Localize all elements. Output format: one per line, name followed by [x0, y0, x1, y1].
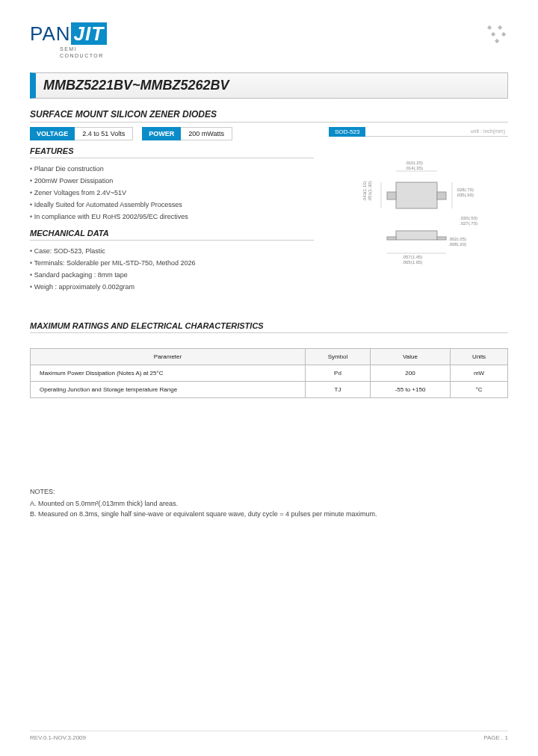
logo-text-2: J [74, 22, 85, 45]
voltage-label: VOLTAGE [30, 127, 75, 140]
logo-sub2: CONDUCTOR [60, 53, 104, 58]
revision-text: REV.0.1-NOV.3.2009 [30, 734, 86, 741]
svg-rect-1 [387, 192, 396, 199]
col-symbol: Symbol [306, 349, 371, 365]
col-value: Value [371, 349, 451, 365]
list-item: Ideally Suited for Automated Assembly Pr… [30, 199, 314, 211]
logo-text-3: IT [85, 22, 104, 45]
list-item: Weigh : approximately 0.002gram [30, 281, 314, 293]
list-item: Zener Voltages from 2.4V~51V [30, 187, 314, 199]
logo-text-1: PAN [30, 22, 71, 45]
notes-heading: NOTES: [30, 488, 508, 495]
mechanical-list: Case: SOD-523, Plastic Terminals: Solder… [30, 245, 314, 293]
part-number-title: MMBZ5221BV~MMBZ5262BV [43, 78, 500, 93]
list-item: Planar Die construction [30, 163, 314, 175]
voltage-value: 2.4 to 51 Volts [75, 127, 133, 140]
note-item: B. Measured on 8.3ms, single half sine-w… [30, 510, 508, 518]
power-label: POWER [142, 127, 181, 140]
list-item: In compliance with EU RoHS 2002/95/EC di… [30, 211, 314, 223]
col-parameter: Parameter [31, 349, 306, 365]
product-subtitle: SURFACE MOUNT SILICON ZENER DIODES [30, 109, 508, 123]
ratings-table: Parameter Symbol Value Units Maximum Pow… [30, 348, 508, 398]
note-item: A. Mounted on 5.0mm²(.013mm thick) land … [30, 500, 508, 507]
features-heading: FEATURES [30, 146, 314, 158]
svg-rect-5 [437, 237, 446, 240]
package-unit: unit : inch(mm) [365, 127, 508, 137]
table-row: Operating Junction and Storage temperatu… [31, 382, 508, 398]
power-value: 200 mWatts [181, 127, 232, 140]
svg-rect-4 [387, 237, 396, 240]
package-drawing: .010(.25).014(.35) .043(1.10).051(1.30) … [329, 141, 508, 291]
title-box: MMBZ5221BV~MMBZ5262BV [30, 72, 508, 99]
svg-rect-0 [396, 182, 437, 208]
list-item: 200mW Power Dissipation [30, 175, 314, 187]
decor-dots: ◆ ◆ ◆ ◆ ◆ [487, 24, 508, 44]
package-label-bar: SOD-523 unit : inch(mm) [329, 127, 508, 137]
table-row: Maximum Power Dissipation (Notes A) at 2… [31, 365, 508, 382]
col-units: Units [451, 349, 508, 365]
package-name: SOD-523 [329, 127, 365, 137]
list-item: Terminals: Solderable per MIL-STD-750, M… [30, 257, 314, 269]
spec-row: VOLTAGE 2.4 to 51 Volts POWER 200 mWatts [30, 127, 314, 140]
notes-section: NOTES: A. Mounted on 5.0mm²(.013mm thick… [30, 488, 508, 518]
page-number: PAGE . 1 [483, 734, 508, 741]
features-list: Planar Die construction 200mW Power Diss… [30, 163, 314, 223]
max-ratings-heading: MAXIMUM RATINGS AND ELECTRICAL CHARACTER… [30, 321, 508, 333]
svg-rect-3 [396, 231, 437, 240]
logo: PANJIT SEMI CONDUCTOR [30, 22, 508, 59]
logo-sub1: SEMI [60, 46, 77, 52]
svg-rect-2 [437, 192, 446, 199]
list-item: Case: SOD-523, Plastic [30, 245, 314, 257]
list-item: Sandard packaging : 8mm tape [30, 269, 314, 281]
page-footer: REV.0.1-NOV.3.2009 PAGE . 1 [30, 731, 508, 741]
mechanical-heading: MECHANICAL DATA [30, 229, 314, 241]
